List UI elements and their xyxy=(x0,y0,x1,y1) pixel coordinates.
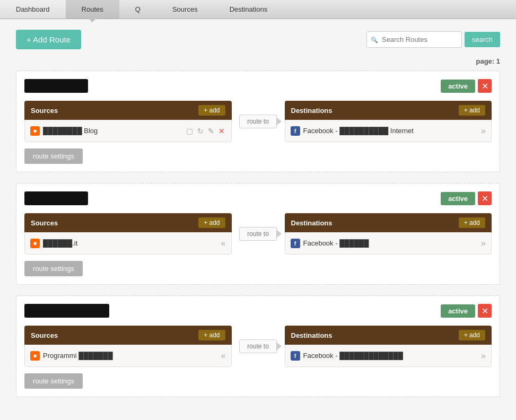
route-settings-button[interactable]: route settings xyxy=(24,373,83,389)
destinations-panel-body: f Facebook - ██████████ Internet » xyxy=(285,120,492,142)
page-label: page: xyxy=(476,57,494,65)
nav-routes[interactable]: Routes xyxy=(66,0,119,19)
sources-panel-header: Sources + add xyxy=(24,213,232,232)
route-header: active ✕ xyxy=(24,191,492,205)
nav-dashboard[interactable]: Dashboard xyxy=(0,0,66,19)
remove-source-icon[interactable]: ✕ xyxy=(217,126,226,136)
route-settings-button[interactable]: route settings xyxy=(24,148,83,164)
route-arrow: route to xyxy=(237,339,279,353)
routes-container: active ✕ Sources + add ■ ████████ Blog ▢ xyxy=(16,71,500,397)
refresh-icon[interactable]: ↻ xyxy=(196,126,205,136)
sources-label: Sources xyxy=(31,331,58,339)
destinations-add-button[interactable]: + add xyxy=(459,330,485,340)
delete-route-button[interactable]: ✕ xyxy=(478,304,492,318)
fb-icon: f xyxy=(291,239,300,248)
sources-add-button[interactable]: + add xyxy=(198,330,225,340)
source-item-label: ██████.it xyxy=(43,239,77,247)
source-item-label: Programmi ███████ xyxy=(43,352,113,360)
source-item-actions: ▢ ↻ ✎ ✕ xyxy=(185,126,226,136)
route-title xyxy=(24,191,88,205)
destinations-add-button[interactable]: + add xyxy=(459,105,485,116)
chevron-left-icon[interactable]: « xyxy=(221,239,226,248)
copy-icon[interactable]: ▢ xyxy=(185,126,194,136)
route-to-label: route to xyxy=(239,227,277,241)
dest-item-label: Facebook - ██████ xyxy=(303,239,369,247)
rss-icon: ■ xyxy=(30,351,40,361)
sources-panel-body: ■ Programmi ███████ « xyxy=(24,345,232,367)
dest-item-label: Facebook - ██████████ Internet xyxy=(303,127,414,135)
delete-route-button[interactable]: ✕ xyxy=(478,79,492,93)
edit-icon[interactable]: ✎ xyxy=(207,126,215,136)
search-input[interactable] xyxy=(366,31,462,48)
source-item: ■ ████████ Blog xyxy=(30,126,185,136)
chevron-right-icon[interactable]: » xyxy=(481,126,486,136)
route-status-area: active ✕ xyxy=(441,79,492,93)
search-area: search xyxy=(366,31,500,48)
sources-panel: Sources + add ■ Programmi ███████ « xyxy=(24,326,232,367)
navigation: Dashboard Routes Q Sources Destinations xyxy=(0,0,516,19)
route-status-area: active ✕ xyxy=(441,191,492,205)
route-status-area: active ✕ xyxy=(441,304,492,318)
route-title xyxy=(24,79,88,93)
destinations-panel: Destinations + add f Facebook - ████████… xyxy=(285,326,492,367)
sources-panel-body: ■ ██████.it « xyxy=(24,232,232,255)
chevron-right-icon[interactable]: » xyxy=(481,239,486,248)
route-body: Sources + add ■ ████████ Blog ▢ ↻ ✎ ✕ xyxy=(24,101,492,142)
route-arrow: route to xyxy=(237,115,279,128)
route-title xyxy=(24,304,109,318)
route-body: Sources + add ■ Programmi ███████ « rout… xyxy=(24,326,492,367)
sources-panel-header: Sources + add xyxy=(24,326,232,345)
active-badge: active xyxy=(441,80,475,93)
nav-destinations[interactable]: Destinations xyxy=(214,0,284,19)
active-badge: active xyxy=(441,304,475,318)
route-header: active ✕ xyxy=(24,304,492,318)
rss-icon: ■ xyxy=(30,126,40,136)
route-card-1: active ✕ Sources + add ■ ████████ Blog ▢ xyxy=(16,71,500,172)
main-content: + Add Route search page: 1 active ✕ Sour… xyxy=(0,19,516,420)
route-settings-button[interactable]: route settings xyxy=(24,261,83,276)
destinations-add-button[interactable]: + add xyxy=(459,217,485,228)
route-card-3: active ✕ Sources + add ■ Programmi █████… xyxy=(16,295,500,397)
sources-label: Sources xyxy=(31,107,58,115)
destinations-panel: Destinations + add f Facebook - ████████… xyxy=(285,101,492,142)
fb-icon: f xyxy=(291,351,300,361)
active-badge: active xyxy=(441,192,475,205)
delete-route-button[interactable]: ✕ xyxy=(478,191,492,205)
chevron-left-icon[interactable]: « xyxy=(221,351,226,361)
source-item-label: ████████ Blog xyxy=(43,127,98,135)
destinations-panel-body: f Facebook - ██████ » xyxy=(285,232,492,255)
sources-add-button[interactable]: + add xyxy=(198,105,225,116)
route-arrow: route to xyxy=(237,227,279,241)
nav-q[interactable]: Q xyxy=(119,0,156,19)
destinations-panel-body: f Facebook - █████████████ » xyxy=(285,345,492,367)
source-item: ■ ██████.it xyxy=(30,239,221,248)
route-card-2: active ✕ Sources + add ■ ██████.it « xyxy=(16,183,500,285)
dest-item: f Facebook - ██████ xyxy=(291,239,482,248)
nav-sources[interactable]: Sources xyxy=(156,0,214,19)
route-footer: route settings xyxy=(24,373,492,389)
destinations-label: Destinations xyxy=(291,331,333,339)
sources-add-button[interactable]: + add xyxy=(198,217,225,228)
search-button[interactable]: search xyxy=(465,32,500,47)
destinations-panel: Destinations + add f Facebook - ██████ » xyxy=(285,213,492,255)
dest-item: f Facebook - ██████████ Internet xyxy=(291,126,482,136)
page-info: page: 1 xyxy=(16,57,500,65)
toolbar: + Add Route search xyxy=(16,30,500,49)
route-header: active ✕ xyxy=(24,79,492,93)
destinations-label: Destinations xyxy=(291,219,333,227)
chevron-right-icon[interactable]: » xyxy=(481,351,486,361)
source-item-actions: « xyxy=(221,351,226,361)
route-body: Sources + add ■ ██████.it « route to xyxy=(24,213,492,255)
sources-panel: Sources + add ■ ████████ Blog ▢ ↻ ✎ ✕ xyxy=(24,101,232,142)
sources-panel: Sources + add ■ ██████.it « xyxy=(24,213,232,255)
route-to-label: route to xyxy=(239,115,277,128)
destinations-panel-header: Destinations + add xyxy=(285,326,492,345)
destinations-panel-header: Destinations + add xyxy=(285,213,492,232)
dest-item: f Facebook - █████████████ xyxy=(291,351,482,361)
source-item-actions: « xyxy=(221,239,226,248)
add-route-button[interactable]: + Add Route xyxy=(16,30,81,49)
rss-icon: ■ xyxy=(30,239,40,248)
route-footer: route settings xyxy=(24,148,492,164)
search-input-wrapper xyxy=(366,31,462,48)
sources-label: Sources xyxy=(31,219,58,227)
